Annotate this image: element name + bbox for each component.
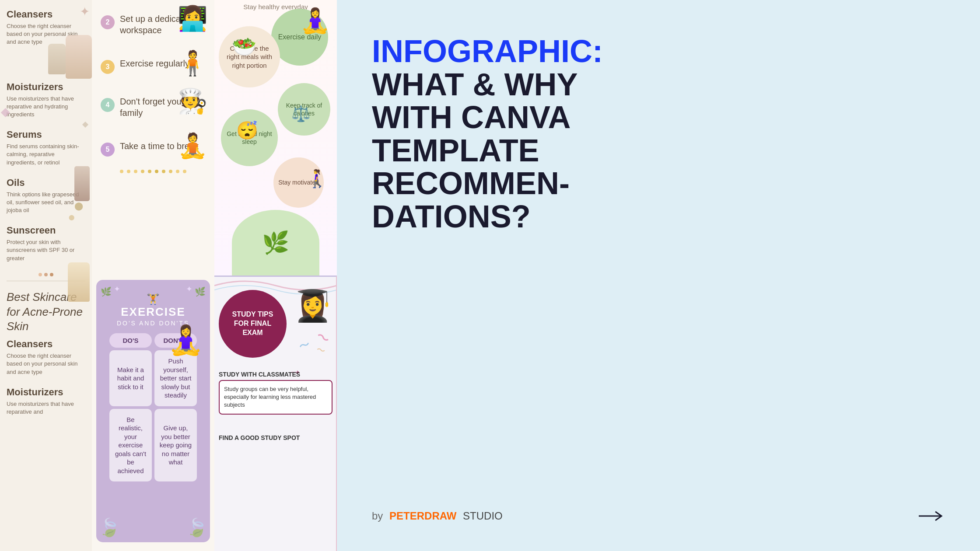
leaf-right: 🌿 [195,286,206,297]
center-panel: Stay healthy everyday Exercise daily 🧘‍♀… [214,0,337,551]
leaf-bottom-right: 🍃 [186,517,208,538]
step-3-figure: 🧍 [178,49,208,77]
main-title: INFOGRAPHIC: WHAT & WHY WITH CANVA TEMPL… [372,35,945,234]
yoga-figure: 🧘‍♀️ [168,324,203,357]
study-tip-1-label: STUDY WITH CLASSMATES [219,371,332,378]
step-2: 2 Set up a dedicated workspace 👩‍💻 [101,13,206,36]
healthy-panel: Stay healthy everyday Exercise daily 🧘‍♀… [214,0,337,276]
plant-decoration: 🌿 [232,210,319,276]
sunscreen-desc: Protect your skin with sunscreens with S… [7,238,85,262]
title-line2: WHAT & WHY [372,67,578,102]
leaf-bottom: 🍃 [98,517,120,538]
main-content: INFOGRAPHIC: WHAT & WHY WITH CANVA TEMPL… [372,35,945,234]
step-3-number: 3 [101,60,115,74]
title-line6: DATIONS? [372,199,531,234]
step-2-figure: 👩‍💻 [178,4,208,33]
author-name: PETERDRAW [389,510,456,522]
sleep-figure: 😴 [236,120,258,141]
skincare-cleansers-2: Cleansers Choose the right cleanser base… [7,338,85,376]
study-panel: STUDY TIPS FOR FINAL EXAM 👩‍🎓 〜 〜 〜 → ST… [214,276,337,551]
title-line4: TEMPLATE [372,133,539,168]
moisturizer-desc: Use moisturizers that have reparative an… [7,95,85,119]
do-item-2: Be realistic, your exercise goals can't … [109,409,152,482]
study-circle: STUDY TIPS FOR FINAL EXAM [219,290,287,358]
step-5-number: 5 [101,143,115,157]
step-3: 3 Exercise regularly 🧍 [101,58,206,74]
cleanser-title-2: Cleansers [7,338,85,350]
dont-item-2: Give up, you better keep going no matter… [154,409,197,482]
title-line3: WITH CANVA [372,100,571,135]
studio-text: STUDIO [463,510,503,522]
step-5-figure: 🧘 [178,132,208,160]
squiggle-2: 〜 [297,337,312,354]
steps-panel: 2 Set up a dedicated workspace 👩‍💻 3 Exe… [92,0,214,551]
serum-title: Serums [7,129,85,140]
title-panel: INFOGRAPHIC: WHAT & WHY WITH CANVA TEMPL… [337,0,980,551]
skincare-serums: Serums Find serums containing skin-calmi… [7,129,85,167]
step-4: 4 Don't forget your family 🧑‍🍳 [101,96,206,119]
skincare-panel: ✦ Cleansers Choose the right cleanser ba… [0,0,92,551]
cleanser-title: Cleansers [7,9,85,20]
squiggle-3: 〜 [315,344,326,357]
arrow-right-icon [919,509,945,523]
moisturizer-title-2: Moisturizers [7,387,85,398]
arrow-button[interactable] [919,507,945,525]
study-tip-2: FIND A GOOD STUDY SPOT [214,434,337,441]
serum-desc: Find serums containing skin-calming, rep… [7,143,85,167]
moisturizer-desc-2: Use moisturizers that have reparative an… [7,400,85,416]
scale-figure: ⚖️ [291,105,311,123]
title-line1: INFOGRAPHIC: [372,34,603,69]
skincare-sunscreen: Sunscreen Protect your skin with sunscre… [7,225,85,262]
leaf-left: 🌿 [101,286,112,297]
skincare-oils: Oils Think options like grapeseed oil, s… [7,177,85,215]
author-text: by PETERDRAW STUDIO [372,510,503,522]
step-2-number: 2 [101,15,115,29]
oils-desc: Think options like grapeseed oil, sunflo… [7,191,85,215]
steps-top: 2 Set up a dedicated workspace 👩‍💻 3 Exe… [92,0,214,276]
sunscreen-title: Sunscreen [7,225,85,236]
exercise-figure: 🧘‍♀️ [300,7,330,35]
walk-figure: 🚶‍♀️ [306,168,328,189]
step-5: 5 Take a time to break 🧘 [101,140,206,157]
food-icon: 🥗 [232,35,256,58]
moisturizer-title: Moisturizers [7,81,85,93]
sparkle-1: ✦ [114,284,120,294]
study-tip-1: STUDY WITH CLASSMATES Study groups can b… [214,371,337,415]
sparkle-2: ✦ [186,284,192,294]
study-tip-1-text: Study groups can be very helpful, especi… [219,380,332,415]
dumbbell-icon: 🏋️ [105,293,201,305]
cleanser-desc-2: Choose the right cleanser based on your … [7,352,85,376]
step-4-figure: 🧑‍🍳 [178,87,208,115]
author-section: by PETERDRAW STUDIO [372,507,945,525]
dos-header: DO'S [109,333,152,348]
step-4-number: 4 [101,98,115,112]
oils-title: Oils [7,177,85,188]
page-container: ✦ Cleansers Choose the right cleanser ba… [0,0,980,551]
student-figure: 👩‍🎓 [294,288,332,324]
skincare-moisturizers-2: Moisturizers Use moisturizers that have … [7,387,85,416]
skincare-moisturizers: Moisturizers Use moisturizers that have … [7,81,85,119]
dont-item-1: Push yourself, better start slowly but s… [154,350,197,406]
exercise-title: EXERCISE [105,305,201,319]
by-text: by [372,510,383,522]
title-line5: RECOMMEN- [372,166,570,201]
do-item-1: Make it a habit and stick to it [109,350,152,406]
exercise-panel: 🌿 🌿 ✦ ✦ 🏋️ EXERCISE DO'S AND DON'TS 🧘‍♀️… [96,280,210,542]
study-tip-2-label: FIND A GOOD STUDY SPOT [219,434,332,441]
